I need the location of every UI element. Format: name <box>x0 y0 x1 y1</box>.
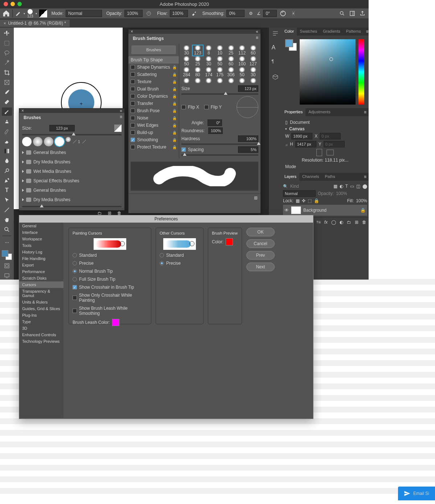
paragraph-panel-icon[interactable]: ¶ <box>272 59 279 66</box>
brush-tip-cell[interactable]: 175 <box>215 67 225 77</box>
brush-option[interactable]: Wet Edges🔒 <box>128 122 179 129</box>
fill-field[interactable]: 100% <box>356 198 367 203</box>
next-button[interactable]: Next <box>246 263 275 271</box>
pressure-size-icon[interactable] <box>279 9 287 17</box>
tab-gradients[interactable]: Gradients <box>320 28 343 36</box>
mask-icon[interactable]: ◯ <box>331 220 336 225</box>
spacing-field[interactable]: 5% <box>238 146 258 153</box>
marquee-tool[interactable] <box>2 39 12 47</box>
flipx-checkbox[interactable] <box>181 105 186 109</box>
show-only-crosshair-checkbox[interactable] <box>73 296 77 300</box>
layer-name[interactable]: Background <box>303 208 327 213</box>
flow-field[interactable]: 100% <box>170 10 188 17</box>
brush-tip-cell[interactable]: 80 <box>193 67 203 77</box>
pref-category[interactable]: Interface <box>19 229 63 236</box>
magic-wand-tool[interactable] <box>2 58 12 67</box>
brush-tip-cell[interactable]: 25 <box>226 45 236 56</box>
character-panel-icon[interactable]: A <box>272 44 279 52</box>
height-field[interactable]: 1417 px <box>295 141 316 147</box>
brush-tip-cell[interactable]: 50 <box>237 67 247 77</box>
link-layers-icon[interactable]: ⮀ <box>316 220 321 225</box>
brush-option[interactable]: Transfer🔒 <box>128 100 179 107</box>
filter-pixel-icon[interactable]: ▦ <box>333 184 337 189</box>
pen-tool[interactable] <box>2 176 12 184</box>
brush-tip-cell[interactable]: 123 <box>193 45 203 56</box>
tab-swatches[interactable]: Swatches <box>297 28 320 36</box>
angle-field[interactable]: 0° <box>263 10 277 17</box>
blend-mode-select[interactable]: Normal <box>283 190 316 197</box>
fx-icon[interactable]: fx <box>324 220 328 225</box>
brush-tip-cell[interactable]: 284 <box>181 67 192 77</box>
lock-artboard-icon[interactable]: ⬚ <box>308 198 312 203</box>
brush-option[interactable]: Protect Texture🔒 <box>128 143 179 151</box>
shape-tool[interactable] <box>2 206 12 214</box>
brush-tip-cell[interactable]: 50 <box>181 56 192 66</box>
panel-menu-icon[interactable]: ≡ <box>362 108 369 116</box>
brush-tip-cell[interactable]: 10 <box>215 45 225 56</box>
pref-category[interactable]: Guides, Grid & Slices <box>19 305 63 312</box>
portrait-icon[interactable] <box>316 149 322 156</box>
pref-category[interactable]: Plug-Ins <box>19 312 63 318</box>
brush-option[interactable]: Noise🔒 <box>128 114 179 122</box>
brush-folder[interactable]: General Brushes <box>19 186 124 195</box>
pref-category[interactable]: Enhanced Controls <box>19 332 63 338</box>
prev-button[interactable]: Prev <box>246 251 275 260</box>
x-field[interactable]: 0 px <box>320 133 341 139</box>
brush-settings-tab[interactable]: Brush Settings <box>131 35 166 42</box>
painting-cursor-radio[interactable]: Precise <box>73 261 147 266</box>
delete-layer-icon[interactable]: 🗑 <box>362 220 366 225</box>
brush-tip-cell[interactable] <box>226 78 236 83</box>
brush-tip-cell[interactable]: 174 <box>204 67 214 77</box>
other-cursor-radio[interactable]: Standard <box>160 253 200 258</box>
flipy-checkbox[interactable] <box>204 105 209 109</box>
brush-tip-cell[interactable]: 8 <box>204 45 214 56</box>
width-field[interactable]: 1890 px <box>291 133 312 139</box>
home-button[interactable] <box>2 9 10 17</box>
brush-preset-thumbs[interactable]: 1 <box>19 135 124 148</box>
foreground-background-colors[interactable] <box>2 250 12 260</box>
brush-tip-cell[interactable]: 306 <box>226 67 236 77</box>
brush-option[interactable]: Build-up🔒 <box>128 129 179 136</box>
lock-pixels-icon[interactable]: ▦ <box>296 198 300 203</box>
tool-preset-icon[interactable] <box>15 10 21 17</box>
panel-menu-icon[interactable]: ≡ <box>256 35 258 42</box>
close-panel-icon[interactable]: × <box>131 29 133 34</box>
history-brush-tool[interactable] <box>2 127 12 135</box>
layer-opacity-field[interactable]: 100% <box>336 191 347 196</box>
brush-tip-cell[interactable]: 30 <box>248 67 258 77</box>
pref-category[interactable]: Units & Rulers <box>19 299 63 305</box>
angle-field[interactable]: 0° <box>208 119 222 126</box>
show-leash-checkbox[interactable] <box>73 309 77 313</box>
brush-option[interactable]: Shape Dynamics🔒 <box>128 64 179 71</box>
dodge-tool[interactable] <box>2 166 12 175</box>
brush-option[interactable]: Scattering🔒 <box>128 71 179 78</box>
lock-position-icon[interactable]: ✜ <box>302 198 305 203</box>
brush-folder[interactable]: Wet Media Brushes <box>19 167 124 176</box>
painting-cursor-radio[interactable]: Full Size Brush Tip <box>73 277 147 282</box>
pref-category[interactable]: File Handling <box>19 255 63 262</box>
brush-option[interactable]: Dual Brush🔒 <box>128 85 179 93</box>
pref-category[interactable]: Technology Previews <box>19 338 63 345</box>
brush-tip-cell[interactable] <box>248 78 258 83</box>
pref-category[interactable]: Scratch Disks <box>19 275 63 281</box>
airbrush-icon[interactable] <box>190 9 198 17</box>
frame-tool[interactable] <box>2 78 12 86</box>
adjustment-layer-icon[interactable]: ◐ <box>340 220 343 225</box>
hardness-field[interactable]: 100% <box>238 135 258 142</box>
brush-size-indicator[interactable]: 123 <box>27 9 33 18</box>
y-field[interactable]: 0 px <box>324 141 345 147</box>
edit-toolbar-icon[interactable]: ⋯ <box>2 238 12 247</box>
brush-tip-cell[interactable] <box>204 78 214 83</box>
mode-select[interactable]: Normal <box>66 10 102 17</box>
brush-tip-cell[interactable] <box>215 78 225 83</box>
brush-folder[interactable]: Special Effects Brushes <box>19 176 124 186</box>
painting-cursor-radio[interactable]: Normal Brush Tip <box>73 269 147 274</box>
toggle-preview-icon[interactable] <box>114 125 122 132</box>
ok-button[interactable]: OK <box>246 228 275 236</box>
size-field[interactable]: 123 px <box>49 125 75 131</box>
brush-tip-cell[interactable]: 100 <box>237 56 247 66</box>
panel-menu-icon[interactable]: ≡ <box>362 173 369 181</box>
pressure-opacity-icon[interactable] <box>145 9 153 17</box>
pref-category[interactable]: Performance <box>19 268 63 275</box>
brush-tip-cell[interactable]: 60 <box>248 45 258 56</box>
